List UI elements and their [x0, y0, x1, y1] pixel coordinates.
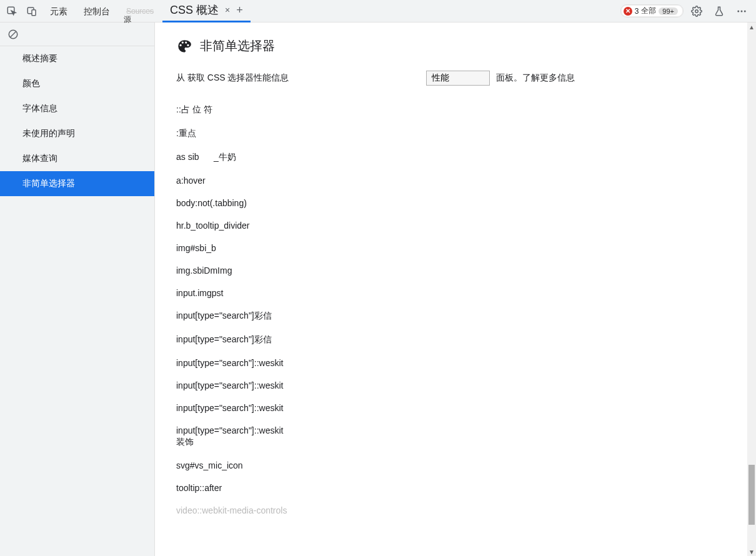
tab-console[interactable]: 控制台: [76, 0, 117, 22]
cancel-icon: [7, 29, 19, 40]
selector-item[interactable]: hr.b_tooltip_divider: [176, 214, 735, 237]
selector-text: input[type="search"]::weskit: [176, 403, 283, 413]
selector-item[interactable]: video::webkit-media-controls: [176, 499, 735, 522]
inspect-icon[interactable]: [2, 2, 21, 21]
info-row: 从 获取 CSS 选择器性能信息 性能 面板。了解更多信息: [176, 71, 735, 86]
main-panel: 非简单选择器 从 获取 CSS 选择器性能信息 性能 面板。了解更多信息 ::占…: [155, 22, 756, 556]
info-suffix: 面板。了解更多信息: [496, 72, 575, 84]
selector-item[interactable]: input[type="search"]彩信: [176, 328, 735, 352]
selector-text: input[type="search"]::weskit: [176, 425, 283, 435]
tab-add-icon[interactable]: +: [236, 0, 243, 21]
svg-line-8: [11, 31, 16, 37]
tab-sources[interactable]: Sources 源: [119, 0, 161, 22]
selector-item[interactable]: input.imgpst: [176, 282, 735, 304]
selector-item[interactable]: :重点: [176, 122, 735, 146]
selector-text: input[type="search"]::weskit: [176, 358, 283, 368]
error-badge: 99+: [659, 7, 678, 15]
sidebar-item-fonts[interactable]: 字体信息: [0, 96, 154, 121]
scrollbar-thumb[interactable]: [749, 465, 755, 525]
svg-point-6: [744, 10, 746, 12]
selector-item[interactable]: as sib _牛奶: [176, 146, 735, 169]
selector-item[interactable]: input[type="search"]::weskit: [176, 397, 735, 419]
topbar: 元素 控制台 Sources 源 CSS 概述 × + ✕ 3 全部 99+: [0, 0, 756, 22]
error-all-label: 全部: [641, 6, 656, 16]
page-title: 非简单选择器: [200, 37, 275, 54]
tab-css-overview[interactable]: CSS 概述 × +: [162, 0, 251, 22]
sidebar-item-media[interactable]: 媒体查询: [0, 146, 154, 171]
tab-css-overview-label: CSS 概述: [170, 0, 219, 21]
selector-item[interactable]: ::占 位 符: [176, 98, 735, 122]
selector-item[interactable]: a:hover: [176, 169, 735, 192]
error-icon: ✕: [624, 7, 632, 16]
selector-item[interactable]: svg#vs_mic_icon: [176, 454, 735, 477]
performance-button[interactable]: 性能: [426, 71, 490, 86]
scroll-up-icon[interactable]: ▲: [747, 22, 756, 31]
selector-item[interactable]: input[type="search"]::weskit: [176, 352, 735, 374]
sidebar-item-non-simple[interactable]: 非简单选择器: [0, 171, 154, 196]
sidebar-item-colors[interactable]: 颜色: [0, 71, 154, 96]
device-toggle-icon[interactable]: [22, 2, 41, 21]
tab-close-icon[interactable]: ×: [225, 0, 230, 21]
palette-icon: [176, 38, 192, 54]
sidebar-item-overview[interactable]: 概述摘要: [0, 46, 154, 71]
more-icon[interactable]: [732, 2, 751, 21]
selector-item[interactable]: input[type="search"]::weskit: [176, 419, 735, 437]
svg-rect-2: [32, 9, 36, 15]
svg-point-3: [695, 9, 699, 12]
svg-point-4: [737, 10, 739, 12]
selector-text: input[type="search"]::weskit: [176, 380, 283, 390]
svg-point-5: [741, 10, 743, 12]
experiment-icon[interactable]: [710, 2, 729, 21]
info-prefix: 从 获取 CSS 选择器性能信息: [176, 72, 289, 84]
scroll-down-icon[interactable]: ▼: [747, 547, 756, 556]
tab-sources-prefix: 源: [124, 8, 131, 31]
selector-item[interactable]: img.sbiDmImg: [176, 259, 735, 282]
tab-elements[interactable]: 元素: [42, 0, 75, 22]
selector-item[interactable]: input[type="search"]::weskit: [176, 374, 735, 397]
selector-item-sub[interactable]: 装饰: [176, 437, 735, 454]
selector-item[interactable]: tooltip::after: [176, 477, 735, 499]
scrollbar[interactable]: ▲ ▼: [747, 22, 756, 556]
selector-item[interactable]: img#sbi_b: [176, 237, 735, 259]
sidebar: 概述摘要 颜色 字体信息 未使用的声明 媒体查询 非简单选择器: [0, 22, 155, 556]
sidebar-item-unused[interactable]: 未使用的声明: [0, 121, 154, 146]
error-chip[interactable]: ✕ 3 全部 99+: [620, 4, 684, 17]
selector-item[interactable]: input[type="search"]彩信: [176, 304, 735, 328]
settings-icon[interactable]: [687, 2, 706, 21]
selector-item[interactable]: body:not(.tabbing): [176, 192, 735, 214]
error-count: 3: [635, 7, 639, 16]
